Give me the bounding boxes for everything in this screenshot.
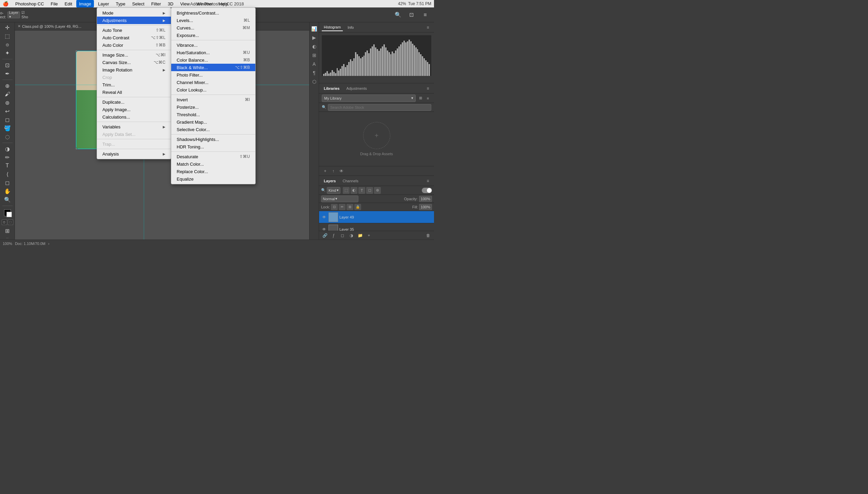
list-view-btn[interactable]: ≡ — [425, 95, 431, 102]
menu-type[interactable]: Type — [113, 0, 128, 7]
move-tool-options[interactable]: ↔Auto-Select: Layer ▾ ☑ Sho — [3, 10, 15, 20]
brush-tool[interactable]: 🖌 — [1, 91, 14, 98]
text-tool[interactable]: T — [1, 162, 14, 170]
menu-item-reveal-all[interactable]: Reveal All — [97, 89, 171, 96]
extra-tools[interactable]: ··· — [6, 236, 9, 240]
menu-item-canvas-size[interactable]: Canvas Size...⌥⌘C — [97, 59, 171, 66]
eyedropper-tool[interactable]: ✒ — [1, 70, 14, 78]
zoom-tool[interactable]: 🔍 — [1, 196, 14, 204]
menu-item-analysis[interactable]: Analysis▶ — [97, 150, 171, 157]
add-mask-btn[interactable]: ◻ — [339, 232, 346, 239]
adj-menu-item-channel-mixer[interactable]: Channel Mixer... — [171, 79, 255, 86]
3d-panel-icon[interactable]: ⬡ — [311, 78, 318, 86]
adj-menu-item-levels[interactable]: Levels...⌘L — [171, 17, 255, 24]
share-icon[interactable]: 👁 — [338, 168, 345, 174]
layers-panel-icon[interactable]: ⊞ — [311, 52, 318, 59]
close-doc-icon[interactable]: ✕ — [18, 24, 21, 28]
scroll-right-icon[interactable]: › — [48, 242, 50, 246]
upload-btn[interactable]: ↑ — [330, 168, 337, 174]
menu-file[interactable]: File — [48, 0, 61, 7]
link-layers-btn[interactable]: 🔗 — [321, 232, 329, 239]
handle-tl[interactable] — [76, 51, 77, 52]
layer-visibility-toggle[interactable]: 👁 — [321, 226, 327, 231]
adj-menu-item-desaturate[interactable]: Desaturate⇧⌘U — [171, 153, 255, 160]
menu-item-image-rotation[interactable]: Image Rotation▶ — [97, 66, 171, 74]
selection-tool[interactable]: ⬚ — [1, 32, 14, 40]
menu-item-auto-contrast[interactable]: Auto Contrast⌥⇧⌘L — [97, 34, 171, 41]
menu-item-mode[interactable]: Mode▶ — [97, 9, 171, 17]
filter-type-icon[interactable]: T — [358, 187, 365, 194]
grid-view-btn[interactable]: ⊞ — [417, 95, 424, 102]
menu-item-calculations[interactable]: Calculations... — [97, 113, 171, 121]
library-dropdown[interactable]: My Library ▾ — [322, 95, 416, 102]
shape-tool[interactable]: ◻ — [1, 179, 14, 187]
menu-photoshop[interactable]: Photoshop CC — [13, 0, 47, 7]
adj-menu-item-brightness-contrast[interactable]: Brightness/Contrast... — [171, 9, 255, 17]
filter-adj-icon[interactable]: ◐ — [351, 187, 357, 194]
dodge-tool[interactable]: ◑ — [1, 145, 14, 153]
crop-tool[interactable]: ⊡ — [1, 61, 14, 69]
pen-tool[interactable]: ✏ — [1, 153, 14, 161]
menu-select[interactable]: Select — [130, 0, 147, 7]
menu-item-apply-image[interactable]: Apply Image... — [97, 106, 171, 113]
lock-artboard-btn[interactable]: ⊞ — [347, 204, 353, 210]
menu-3d[interactable]: 3D — [165, 0, 176, 7]
play-icon[interactable]: ▶ — [311, 34, 318, 41]
screen-mode[interactable]: ⊞ — [1, 227, 14, 235]
filter-shape-icon[interactable]: ◻ — [366, 187, 373, 194]
wand-tool[interactable]: ✦ — [1, 49, 14, 57]
adj-menu-item-black-white[interactable]: Black & White...⌥⇧⌘B — [171, 64, 255, 71]
menu-image[interactable]: Image — [76, 0, 94, 7]
adj-menu-item-vibrance[interactable]: Vibrance... — [171, 41, 255, 49]
adj-menu-item-color-lookup[interactable]: Color Lookup... — [171, 86, 255, 94]
adj-menu-item-shadows-highlights[interactable]: Shadows/Highlights... — [171, 135, 255, 143]
fill-tool[interactable]: 🪣 — [1, 124, 14, 132]
layers-options-icon[interactable]: ≡ — [425, 177, 431, 184]
adj-menu-item-invert[interactable]: Invert⌘I — [171, 96, 255, 103]
adj-menu-item-match-color[interactable]: Match Color... — [171, 160, 255, 168]
search-input[interactable] — [328, 104, 431, 111]
delete-layer-btn[interactable]: 🗑 — [425, 232, 432, 239]
menu-edit[interactable]: Edit — [62, 0, 75, 7]
workspace-btn[interactable]: ⊡ — [406, 10, 418, 20]
lock-pixels-btn[interactable]: ⊡ — [331, 204, 338, 210]
adjustments-panel-icon[interactable]: ◐ — [311, 43, 318, 50]
layer-filter-dropdown[interactable]: Kind ▾ — [327, 187, 340, 194]
adj-menu-item-hue-saturation[interactable]: Hue/Saturation...⌘U — [171, 49, 255, 56]
adj-menu-item-equalize[interactable]: Equalize — [171, 175, 255, 183]
path-tool[interactable]: ⟨ — [1, 170, 14, 178]
search-btn[interactable]: 🔍 — [392, 10, 404, 20]
adj-menu-item-posterize[interactable]: Posterize... — [171, 103, 255, 111]
filter-toggle[interactable] — [422, 188, 432, 193]
layer-item[interactable]: 👁Layer 49 — [319, 211, 434, 223]
menu-item-auto-tone[interactable]: Auto Tone⇧⌘L — [97, 26, 171, 34]
menu-item-duplicate[interactable]: Duplicate... — [97, 98, 171, 106]
menu-item-trim[interactable]: Trim... — [97, 81, 171, 89]
layer-item[interactable]: 👁Layer 35 — [319, 223, 434, 231]
menu-layer[interactable]: Layer — [95, 0, 112, 7]
adj-menu-item-color-balance[interactable]: Color Balance...⌘B — [171, 56, 255, 64]
blend-mode-dropdown[interactable]: Normal ▾ — [321, 195, 358, 202]
adj-menu-item-threshold[interactable]: Threshold... — [171, 111, 255, 118]
filter-smart-icon[interactable]: ⊛ — [374, 187, 381, 194]
tab-histogram[interactable]: Histogram — [322, 24, 343, 31]
eraser-tool[interactable]: ◻ — [1, 116, 14, 124]
apple-icon[interactable]: 🍎 — [3, 1, 8, 6]
menu-item-adjustments[interactable]: Adjustments▶ — [97, 17, 171, 24]
add-asset-btn[interactable]: + — [322, 168, 329, 174]
quickmask-mode[interactable]: ⬚ — [8, 220, 13, 225]
paragraph-panel-icon[interactable]: ¶ — [311, 69, 318, 77]
adj-menu-item-hdr-toning[interactable]: HDR Toning... — [171, 143, 255, 150]
menu-item-variables[interactable]: Variables▶ — [97, 123, 171, 130]
tab-info[interactable]: Info — [346, 24, 356, 31]
clone-tool[interactable]: ⊛ — [1, 99, 14, 107]
adj-menu-item-photo-filter[interactable]: Photo Filter... — [171, 71, 255, 79]
extra-btn[interactable]: ≡ — [419, 10, 431, 20]
tab-channels[interactable]: Channels — [340, 177, 360, 184]
heal-tool[interactable]: ⊕ — [1, 82, 14, 90]
tab-layers[interactable]: Layers — [322, 177, 338, 184]
add-adjustment-btn[interactable]: ◑ — [348, 232, 355, 239]
background-color[interactable] — [6, 212, 12, 217]
blur-tool[interactable]: ◌ — [1, 133, 14, 140]
tab-adjustments[interactable]: Adjustments — [344, 85, 369, 92]
